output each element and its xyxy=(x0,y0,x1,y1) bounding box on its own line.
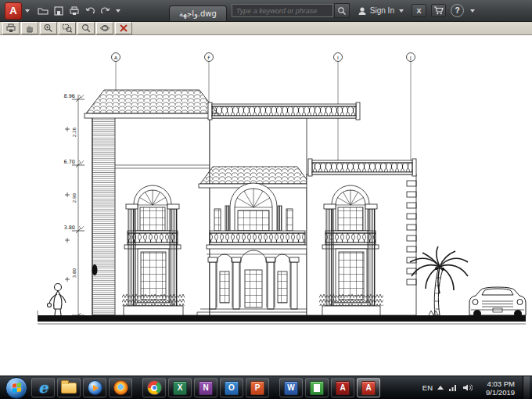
taskbar-excel[interactable]: X xyxy=(168,378,192,397)
adobe-reader-icon: A xyxy=(336,381,350,395)
grid-bubble-label: J xyxy=(409,55,412,61)
firefox-icon xyxy=(113,380,128,395)
outlook-icon: O xyxy=(225,381,239,395)
ie-icon: e xyxy=(38,380,48,395)
user-icon xyxy=(358,6,367,16)
app-logo-letter: A xyxy=(9,5,16,16)
palm-tree xyxy=(410,246,468,315)
word-icon: W xyxy=(284,381,298,395)
help-caret-icon[interactable] xyxy=(470,9,475,13)
green-app-icon xyxy=(310,381,324,395)
search-input[interactable] xyxy=(232,4,333,17)
folder-icon xyxy=(61,383,77,394)
close-preview-icon[interactable] xyxy=(115,22,132,34)
titlebar-right-cluster: Sign In X ? xyxy=(358,4,478,17)
taskbar-green-app[interactable] xyxy=(305,378,329,397)
excel-icon: X xyxy=(173,381,187,395)
car xyxy=(469,287,526,318)
windows-flag-icon xyxy=(13,383,21,393)
sign-in-caret-icon xyxy=(399,9,404,13)
autocad-icon: A xyxy=(361,381,376,395)
qat-customize-caret-icon[interactable] xyxy=(116,9,120,13)
zoom-window-icon[interactable] xyxy=(59,22,76,34)
taskbar: e X N O P W A A EN xyxy=(0,376,532,399)
person-figure xyxy=(48,284,66,316)
system-tray: EN 4:03 PM 9/1/2019 xyxy=(422,376,530,399)
language-indicator[interactable]: EN xyxy=(422,383,433,392)
app-logo-button[interactable]: A xyxy=(5,2,22,20)
taskbar-chrome[interactable] xyxy=(142,378,166,397)
file-tab-label: واجهة.dwg xyxy=(179,9,217,18)
orbit-icon[interactable] xyxy=(96,22,113,34)
app-menu-caret-icon[interactable] xyxy=(25,9,30,13)
taskbar-outlook[interactable]: O xyxy=(220,378,243,397)
clock-date: 9/1/2019 xyxy=(477,388,515,397)
help-icon[interactable]: ? xyxy=(451,4,464,17)
show-desktop-button[interactable] xyxy=(523,376,530,399)
taskbar-icons: e X N O P W A A xyxy=(31,378,380,397)
left-wing xyxy=(84,90,219,315)
taskbar-onenote[interactable]: N xyxy=(194,378,217,397)
drawing-canvas[interactable]: A F I J 8.96 6.70 3.80 2.26 2.90 3.80 xyxy=(0,35,532,376)
save-icon[interactable] xyxy=(52,4,66,17)
title-bar: A واجهة.dwg Sign In X xyxy=(0,0,532,22)
level-label: 3.80 xyxy=(64,225,75,231)
network-icon[interactable] xyxy=(448,383,458,392)
help-glyph: ? xyxy=(455,6,459,15)
undo-icon[interactable] xyxy=(83,4,97,17)
preview-toolbar xyxy=(0,22,532,35)
segment-dim: 2.26 xyxy=(72,127,77,137)
zoom-realtime-icon[interactable] xyxy=(40,22,57,34)
level-label: 8.96 xyxy=(64,93,75,99)
taskbar-firefox[interactable] xyxy=(109,378,132,397)
search-bar xyxy=(232,3,350,18)
clock[interactable]: 4:03 PM 9/1/2019 xyxy=(477,379,515,397)
quick-access-toolbar xyxy=(36,4,124,17)
taskbar-word[interactable]: W xyxy=(279,378,303,397)
volume-icon[interactable] xyxy=(462,383,473,392)
taskbar-autocad-active[interactable]: A xyxy=(357,378,380,397)
pan-hand-icon[interactable] xyxy=(21,22,38,34)
grid-bubble-label: I xyxy=(337,55,339,60)
taskbar-explorer[interactable] xyxy=(57,378,81,397)
tray-expand-icon[interactable] xyxy=(437,386,444,390)
exchange-glyph: X xyxy=(416,7,421,15)
search-icon[interactable] xyxy=(334,3,350,18)
taskbar-media-player[interactable] xyxy=(83,378,106,397)
redo-icon[interactable] xyxy=(99,4,113,17)
right-wing xyxy=(307,159,416,315)
segment-dim: 2.90 xyxy=(72,192,77,203)
sign-in-label: Sign In xyxy=(370,6,394,15)
start-button[interactable] xyxy=(5,377,27,399)
zoom-previous-icon[interactable] xyxy=(77,22,95,34)
level-label: 6.70 xyxy=(64,159,75,165)
onenote-icon: N xyxy=(199,381,213,395)
media-player-icon xyxy=(88,380,102,395)
powerpoint-icon: P xyxy=(250,381,264,395)
plot-icon[interactable] xyxy=(67,4,81,17)
exchange-apps-icon[interactable]: X xyxy=(412,4,426,17)
open-file-icon[interactable] xyxy=(36,4,50,17)
file-tab[interactable]: واجهة.dwg xyxy=(169,5,227,21)
grid-bubble-label: F xyxy=(207,55,210,60)
elevation-drawing: A F I J 8.96 6.70 3.80 2.26 2.90 3.80 xyxy=(0,35,532,376)
segment-dim: 3.80 xyxy=(72,268,77,278)
cart-icon[interactable] xyxy=(431,4,446,17)
dimension-lines: 8.96 6.70 3.80 2.26 2.90 3.80 xyxy=(64,93,84,318)
clock-time: 4:03 PM xyxy=(477,379,515,388)
sign-in-button[interactable]: Sign In xyxy=(358,6,407,16)
print-icon[interactable] xyxy=(2,22,20,34)
taskbar-internet-explorer[interactable]: e xyxy=(31,378,55,397)
taskbar-adobe-reader[interactable]: A xyxy=(331,378,354,397)
taskbar-powerpoint[interactable]: P xyxy=(246,378,269,397)
chrome-icon xyxy=(147,380,162,395)
